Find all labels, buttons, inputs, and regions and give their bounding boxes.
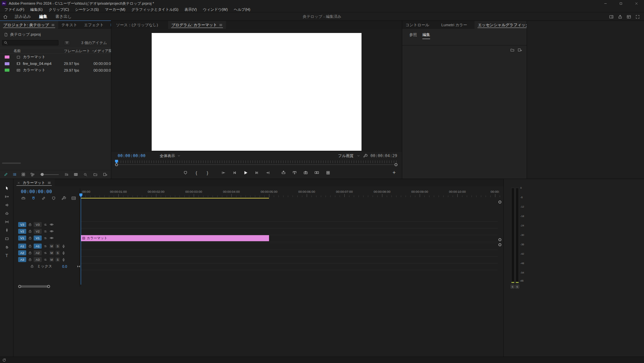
mute-button[interactable]: M: [49, 257, 54, 262]
track-visibility-eye-icon[interactable]: [49, 222, 54, 227]
source-patch-a2[interactable]: A2: [18, 250, 26, 255]
source-patch-v1[interactable]: V1: [18, 235, 26, 241]
razor-tool[interactable]: [3, 210, 10, 216]
lift-icon[interactable]: [280, 169, 287, 176]
multi-view-icon[interactable]: [325, 169, 331, 176]
quick-export-icon[interactable]: [618, 14, 622, 19]
close-sequence-icon[interactable]: [17, 181, 20, 184]
project-row-fireloop[interactable]: fire_loop_04.mp4 29.97 fps 00:00:00:0: [0, 61, 111, 67]
target-track-a1[interactable]: A1: [34, 244, 42, 249]
source-patch-a3[interactable]: A3: [18, 257, 26, 262]
search-input[interactable]: [9, 41, 57, 45]
workspaces-icon[interactable]: [627, 14, 631, 19]
snap-magnet-icon[interactable]: [31, 196, 36, 201]
add-marker-icon[interactable]: [51, 196, 56, 201]
subtab-edit[interactable]: 編集: [422, 32, 430, 39]
solo-button[interactable]: S: [55, 257, 60, 262]
audio-track-height-handle[interactable]: [498, 243, 501, 246]
panel-menu-icon[interactable]: [219, 23, 223, 27]
search-filter-button[interactable]: [64, 40, 70, 45]
tab-source-monitor[interactable]: ソース：(クリップなし): [113, 21, 161, 29]
egp-new-layer-icon[interactable]: [518, 48, 522, 52]
target-track-v3[interactable]: V3: [34, 222, 42, 227]
mark-out-button[interactable]: }: [204, 169, 211, 176]
track-visibility-eye-icon[interactable]: [49, 236, 54, 240]
menu-file[interactable]: ファイル(F): [1, 7, 27, 12]
go-to-out-icon[interactable]: [264, 169, 271, 176]
slip-tool[interactable]: [3, 219, 10, 225]
breadcrumb[interactable]: 炎テロップ.prproj: [0, 29, 111, 39]
menu-edit[interactable]: 編集(E): [27, 7, 46, 12]
playback-quality-value[interactable]: フル画質: [338, 153, 354, 158]
zoom-slider-knob[interactable]: [41, 173, 44, 176]
close-button[interactable]: [629, 0, 644, 7]
target-track-v1[interactable]: V1: [34, 235, 42, 241]
lock-icon[interactable]: [28, 244, 32, 248]
tab-text[interactable]: テキスト: [58, 21, 81, 29]
workspace-tab-import[interactable]: 読み込み: [11, 12, 35, 21]
selection-tool[interactable]: [3, 185, 10, 191]
mute-button[interactable]: M: [49, 251, 54, 255]
solo-button[interactable]: S: [55, 244, 60, 248]
target-track-a2[interactable]: A2: [34, 250, 42, 255]
menu-help[interactable]: ヘルプ(H): [231, 7, 253, 12]
linked-selection-icon[interactable]: [41, 196, 46, 201]
project-row-colormatte-sequence[interactable]: カラーマット 29.97 fps 00:00:00:0: [0, 67, 111, 74]
step-forward-icon[interactable]: [253, 169, 260, 176]
voiceover-mic-icon[interactable]: [61, 244, 66, 248]
tab-lumetri-color[interactable]: Lumetri カラー: [438, 21, 470, 29]
hand-tool[interactable]: [3, 244, 10, 250]
mute-button[interactable]: M: [49, 244, 54, 248]
zoom-handle-right[interactable]: [47, 285, 50, 288]
caption-display-icon[interactable]: [71, 196, 76, 201]
timeline-zoom-scrollbar[interactable]: [18, 285, 499, 289]
sync-lock-icon[interactable]: [43, 223, 48, 227]
lock-icon[interactable]: [28, 251, 32, 255]
minimize-button[interactable]: [598, 0, 613, 7]
project-horizontal-scrollbar[interactable]: [2, 162, 21, 164]
timeline-timecode[interactable]: 00:00:00:00: [21, 189, 52, 194]
quick-layout-icon[interactable]: [609, 14, 614, 19]
workspace-tab-export[interactable]: 書き出し: [51, 12, 76, 21]
menu-graphics[interactable]: グラフィックとタイトル(G): [128, 7, 182, 12]
export-frame-icon[interactable]: [302, 169, 309, 176]
icon-view-icon[interactable]: [21, 172, 26, 177]
target-track-v2[interactable]: V2: [34, 229, 42, 234]
nest-toggle-icon[interactable]: [21, 196, 26, 201]
current-timecode[interactable]: 00:00:00:00: [118, 153, 146, 158]
source-patch-v2[interactable]: V2: [18, 229, 26, 234]
timeline-clip-colormatte[interactable]: カラーマット: [81, 235, 269, 241]
video-audio-divider[interactable]: [81, 242, 498, 243]
voiceover-mic-icon[interactable]: [61, 251, 66, 255]
sync-lock-icon[interactable]: [43, 236, 48, 240]
pen-tool[interactable]: [3, 227, 10, 233]
sync-lock-icon[interactable]: [43, 258, 48, 262]
track-divider-handle[interactable]: [498, 238, 501, 241]
lock-icon[interactable]: [28, 229, 32, 233]
column-framerate[interactable]: フレームレート: [64, 48, 93, 53]
add-marker-icon[interactable]: [182, 169, 189, 176]
menu-view[interactable]: 表示(V): [182, 7, 200, 12]
source-patch-v3[interactable]: V3: [18, 222, 26, 227]
column-media-start[interactable]: メディア開: [93, 48, 111, 53]
freeform-view-icon[interactable]: [30, 172, 35, 177]
step-back-icon[interactable]: [231, 169, 238, 176]
maximize-button[interactable]: [613, 0, 629, 7]
tab-program-monitor[interactable]: プログラム: カラーマット: [168, 21, 226, 29]
source-patch-a1[interactable]: A1: [18, 244, 26, 249]
subtab-browse[interactable]: 参照: [409, 32, 417, 39]
mark-in-button[interactable]: {: [193, 169, 200, 176]
scrub-zoom-handle-right[interactable]: [394, 163, 397, 166]
new-item-icon[interactable]: [102, 172, 108, 177]
new-bin-icon[interactable]: [92, 172, 98, 177]
list-view-icon[interactable]: [12, 172, 17, 177]
menu-sequence[interactable]: シーケンス(S): [72, 7, 102, 12]
panel-menu-icon[interactable]: [47, 181, 51, 185]
sync-lock-icon[interactable]: [43, 251, 48, 255]
fullscreen-icon[interactable]: [635, 14, 640, 19]
home-button[interactable]: [0, 12, 11, 21]
timeline-ruler[interactable]: :00:00 00:00:01:00 00:00:02:00 00:00:03:…: [81, 188, 503, 197]
project-row-colormatte-1[interactable]: カラーマット: [0, 54, 111, 61]
button-editor-add[interactable]: +: [390, 169, 398, 176]
scrub-zoom-handle-left[interactable]: [115, 163, 118, 166]
